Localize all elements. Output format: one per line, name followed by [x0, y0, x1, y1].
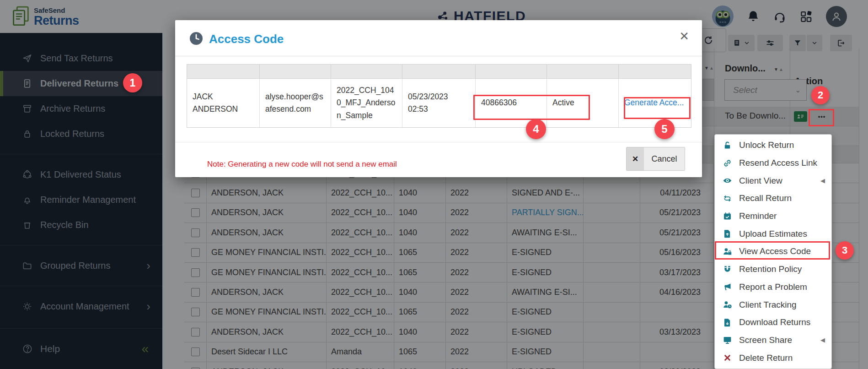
cancel-x-icon: ✕: [627, 147, 644, 170]
context-menu-item-client-tracking[interactable]: Client Tracking: [715, 296, 831, 314]
context-menu-item-label: Upload Estimates: [739, 229, 807, 239]
context-menu-item-label: Delete Return: [739, 353, 793, 363]
access-code-table-row: JACK ANDERSON alyse.hooper@safesend.com …: [187, 79, 691, 127]
context-menu-item-resend-access-link[interactable]: Resend Access Link: [715, 154, 831, 172]
annotation-step-5: 5: [654, 119, 675, 139]
context-menu-item-download-returns[interactable]: Download Returns: [715, 314, 831, 331]
signer-name-cell: JACK ANDERSON: [187, 79, 260, 127]
context-menu-item-reminder[interactable]: Reminder: [715, 207, 831, 225]
context-menu-item-unlock-return[interactable]: Unlock Return: [715, 136, 831, 154]
retention-icon: [723, 265, 732, 274]
table-column-header: [402, 65, 476, 78]
context-menu-item-label: Screen Share: [739, 335, 792, 345]
context-menu-item-client-view[interactable]: Client View ◀: [715, 172, 831, 190]
modal-note: Note: Generating a new code will not sen…: [207, 160, 397, 169]
context-menu-item-label: Download Returns: [739, 317, 810, 327]
context-menu-item-label: Recall Return: [739, 193, 792, 203]
context-menu-item-screen-share[interactable]: Screen Share ◀: [715, 331, 831, 349]
annotation-step-4: 4: [526, 119, 546, 139]
context-menu-item-report-a-problem[interactable]: Report a Problem: [715, 278, 831, 296]
recall-icon: [723, 194, 732, 203]
modal-title: Access Code: [209, 32, 284, 46]
screen-share-icon: [723, 335, 732, 345]
cancel-label: Cancel: [644, 147, 685, 170]
table-column-header: [547, 65, 619, 78]
resend-link-icon: [723, 158, 732, 168]
context-menu-item-label: Unlock Return: [739, 140, 794, 150]
context-menu-item-label: Client Tracking: [739, 300, 797, 310]
access-code-modal: Access Code ✕ JACK ANDERSON alyse.hooper…: [175, 20, 702, 177]
annotation-step-1: 1: [123, 73, 142, 92]
access-code-table: JACK ANDERSON alyse.hooper@safesend.com …: [187, 64, 691, 128]
access-code-table-header: [187, 65, 691, 79]
context-menu-item-retention-policy[interactable]: Retention Policy: [715, 260, 831, 278]
submenu-arrow-icon: ◀: [820, 336, 825, 343]
annotation-box-access-code: [473, 95, 590, 120]
modal-footer: Note: Generating a new code will not sen…: [175, 142, 702, 177]
table-column-header: [476, 65, 547, 78]
modal-close-icon[interactable]: ✕: [679, 30, 689, 42]
context-menu-item-label: Client View: [739, 176, 782, 186]
reminder-icon: [723, 212, 732, 221]
context-menu-item-label: Retention Policy: [739, 264, 802, 274]
table-column-header: [260, 65, 331, 78]
context-menu-item-label: Reminder: [739, 211, 777, 221]
context-menu-item-delete-return[interactable]: Delete Return: [715, 349, 831, 367]
client-view-icon: [723, 176, 732, 185]
upload-estimates-icon: [723, 229, 732, 239]
annotation-box-generate-link: [624, 97, 691, 119]
context-menu-item-label: Report a Problem: [739, 282, 807, 292]
annotation-step-2: 2: [811, 86, 830, 104]
download-returns-icon: [723, 318, 732, 327]
context-menu-item-recall-return[interactable]: Recall Return: [715, 190, 831, 207]
unlock-icon: [723, 141, 732, 150]
annotation-box-more-actions: [809, 109, 834, 126]
cancel-button[interactable]: ✕ Cancel: [626, 147, 685, 171]
client-tracking-icon: [723, 300, 732, 309]
delete-return-icon: [723, 353, 732, 363]
recipient-details-cell: alyse.hooper@safesend.com: [260, 79, 331, 127]
context-menu-item-upload-estimates[interactable]: Upload Estimates: [715, 225, 831, 243]
clock-icon: [189, 31, 204, 46]
annotation-box-view-access-code: [715, 241, 830, 260]
submenu-arrow-icon: ◀: [820, 177, 825, 184]
context-menu-item-label: Resend Access Link: [739, 158, 817, 168]
table-column-header: [331, 65, 402, 78]
annotation-step-3: 3: [836, 241, 854, 260]
client-id-cell: 2022_CCH_1040_MFJ_Anderson_Sample: [331, 79, 402, 127]
date-cell: 05/23/2023 02:53: [402, 79, 476, 127]
table-column-header: [187, 65, 260, 78]
modal-header: Access Code ✕: [175, 20, 702, 56]
table-column-header: [619, 65, 691, 78]
report-problem-icon: [723, 282, 732, 292]
